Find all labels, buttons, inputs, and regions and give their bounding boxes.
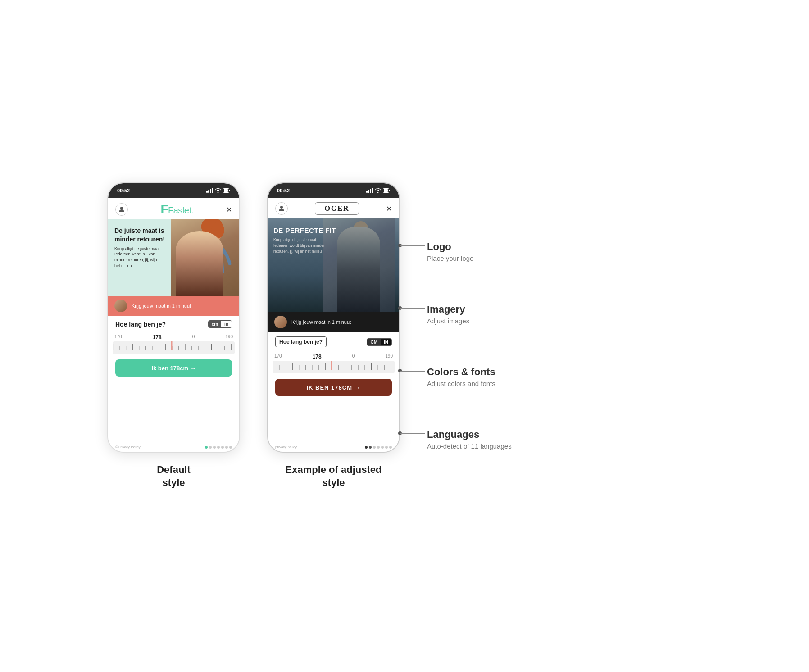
svg-rect-47 xyxy=(338,365,339,370)
annotation-languages-desc: Auto-detect of 11 languages xyxy=(427,442,553,450)
default-brand-logo: FFaslet. xyxy=(160,202,193,217)
adjusted-ruler-ticks xyxy=(273,361,395,370)
adjusted-time: 09:52 xyxy=(277,188,290,193)
default-ruler-container: 170 178 0 190 xyxy=(108,334,239,356)
default-phone-label: Defaultstyle xyxy=(157,463,191,489)
default-status-icons xyxy=(206,188,230,193)
annotation-languages-line xyxy=(400,433,425,434)
adjusted-cta-bar[interactable]: Krijg jouw maat in 1 minuut xyxy=(268,312,399,332)
svg-rect-2 xyxy=(224,189,228,192)
annotation-colors-title: Colors & fonts xyxy=(427,366,553,378)
dot-1 xyxy=(205,446,208,449)
default-ruler-numbers: 170 178 0 190 xyxy=(113,334,235,341)
default-phone-frame: 09:52 xyxy=(107,182,240,453)
svg-rect-27 xyxy=(231,344,232,350)
adjusted-hero-title: DE PERFECTE FIT xyxy=(273,227,345,234)
default-status-bar: 09:52 xyxy=(108,183,239,198)
svg-rect-51 xyxy=(364,365,365,370)
default-time: 09:52 xyxy=(117,188,130,193)
adjusted-logo-bar: OGER xyxy=(288,202,386,215)
adjusted-unit-toggle[interactable]: CM IN xyxy=(367,338,392,346)
default-cta-avatar xyxy=(114,300,127,312)
default-phone-wrapper: 09:52 xyxy=(107,182,240,489)
svg-rect-7 xyxy=(200,272,210,295)
annotation-logo-desc: Place your logo xyxy=(427,254,553,262)
annotation-logo-title: Logo xyxy=(427,241,553,253)
default-privacy-link[interactable]: ©Privacy Policy xyxy=(115,445,141,449)
svg-rect-52 xyxy=(371,363,372,370)
svg-rect-21 xyxy=(191,346,192,350)
adjusted-status-bar: 09:52 xyxy=(268,183,399,198)
svg-point-6 xyxy=(211,222,224,238)
default-close-button[interactable]: ✕ xyxy=(226,205,232,214)
default-phone-footer: ©Privacy Policy xyxy=(108,442,239,452)
adjusted-profile-icon[interactable] xyxy=(275,202,288,215)
default-cm-button[interactable]: cm xyxy=(209,321,221,327)
default-phone-content: FFaslet. ✕ De juiste maat isminder retou… xyxy=(108,198,239,452)
default-in-button[interactable]: in xyxy=(221,321,232,327)
adjusted-ruler-bar[interactable] xyxy=(273,361,395,373)
default-cta-text: Krijg jouw maat in 1 minuut xyxy=(132,303,191,309)
ruler-num-170: 170 xyxy=(114,334,122,341)
adjusted-close-button[interactable]: ✕ xyxy=(386,204,392,213)
adjusted-submit-button[interactable]: IK BEN 178CM → xyxy=(275,379,392,396)
default-ruler-bar[interactable] xyxy=(113,341,235,354)
ruler-num-178: 178 xyxy=(153,334,162,341)
adjusted-privacy-link[interactable]: privacy policy xyxy=(275,445,297,449)
svg-rect-28 xyxy=(171,341,172,350)
adj-ruler-num-190: 190 xyxy=(385,354,393,360)
adjusted-phone-content: OGER ✕ xyxy=(268,198,399,452)
adjusted-status-icons xyxy=(366,188,390,193)
ruler-num-190: 190 xyxy=(225,334,233,341)
adjusted-signal-icon xyxy=(366,188,373,193)
adjusted-phone-label: Example of adjustedstyle xyxy=(286,463,382,489)
default-cta-bar[interactable]: Krijg jouw maat in 1 minuut xyxy=(108,296,239,316)
adjusted-cta-avatar xyxy=(274,316,287,328)
svg-rect-17 xyxy=(165,344,166,350)
svg-rect-25 xyxy=(218,346,218,350)
default-hero-title: De juiste maat isminder retouren! xyxy=(114,227,186,243)
adjusted-ruler-numbers: 170 178 0 190 xyxy=(273,354,395,360)
default-question-section: Hoe lang ben je? cm in xyxy=(108,316,239,334)
svg-rect-38 xyxy=(279,365,280,370)
dot-4 xyxy=(217,446,220,449)
svg-rect-8 xyxy=(211,272,221,295)
svg-rect-26 xyxy=(224,346,225,350)
adj-dot-6 xyxy=(385,446,388,449)
default-unit-toggle[interactable]: cm in xyxy=(208,320,232,328)
svg-rect-24 xyxy=(211,344,212,350)
svg-rect-49 xyxy=(351,365,352,370)
annotation-colors-desc: Adjust colors and fonts xyxy=(427,380,553,387)
adjusted-app-header: OGER ✕ xyxy=(268,198,399,218)
adjusted-question-box: Hoe lang ben je? xyxy=(275,336,327,347)
adjusted-question-row: Hoe lang ben je? CM IN xyxy=(275,336,392,347)
adj-dot-1 xyxy=(365,446,368,449)
default-question-label: Hoe lang ben je? xyxy=(115,321,166,328)
default-profile-icon[interactable] xyxy=(115,203,128,216)
annotation-logo: Logo Place your logo xyxy=(427,241,553,262)
svg-rect-19 xyxy=(178,346,179,350)
adjusted-in-button[interactable]: IN xyxy=(381,339,391,345)
adj-dot-7 xyxy=(389,446,392,449)
annotation-logo-line xyxy=(400,245,425,246)
svg-rect-37 xyxy=(273,363,273,370)
svg-rect-54 xyxy=(384,365,385,370)
default-submit-button[interactable]: Ik ben 178cm → xyxy=(115,359,232,377)
svg-rect-50 xyxy=(358,365,359,370)
default-progress-dots xyxy=(205,446,232,449)
annotations-panel: Logo Place your logo Imagery Adjust imag… xyxy=(427,182,553,464)
adj-ruler-num-0: 0 xyxy=(352,354,355,360)
adjusted-cm-button[interactable]: CM xyxy=(367,339,381,345)
svg-rect-40 xyxy=(292,363,293,370)
adjusted-battery-icon xyxy=(383,188,390,193)
annotation-imagery: Imagery Adjust images xyxy=(427,304,553,325)
svg-rect-12 xyxy=(132,344,133,350)
phones-section: 09:52 xyxy=(107,182,400,489)
annotation-imagery-line xyxy=(400,308,425,309)
svg-rect-9 xyxy=(113,344,113,350)
svg-rect-34 xyxy=(350,275,359,299)
dot-7 xyxy=(229,446,232,449)
ruler-num-80: 0 xyxy=(192,334,195,341)
svg-rect-44 xyxy=(318,365,319,370)
default-hero-desc: Koop altijd de juiste maat.Iedereen word… xyxy=(114,246,186,268)
